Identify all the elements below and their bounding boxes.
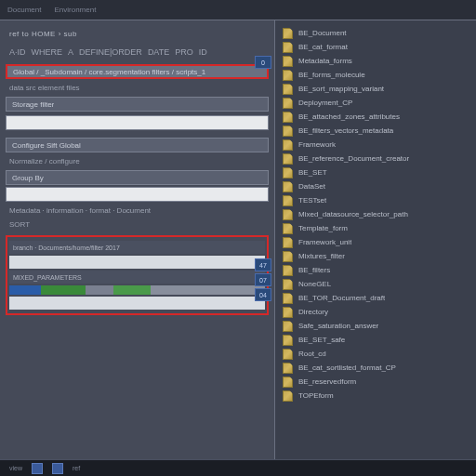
file-name: BE_filters [298, 266, 330, 274]
status-icon-2[interactable] [52, 463, 63, 474]
field-blank-2[interactable] [6, 187, 269, 202]
tool-pro[interactable]: PRO [175, 47, 193, 57]
seg-gray1 [86, 285, 113, 295]
tool-where[interactable]: WHERE [32, 47, 63, 57]
tool-aid[interactable]: A·ID [9, 47, 26, 57]
file-item[interactable]: BE_TOR_Document_draft [275, 291, 476, 305]
file-explorer: BE_DocumentBE_cat_formatMetadata_formsBE… [275, 20, 476, 476]
tool-a[interactable]: A [68, 47, 73, 57]
file-item[interactable]: BE_reference_Document_creator [275, 152, 476, 165]
seg-green2 [113, 285, 151, 295]
file-name: Deployment_CP [298, 99, 352, 107]
badge-2[interactable]: 07 [255, 273, 271, 286]
field-text: Configure Sift Global [12, 141, 81, 150]
field-global[interactable]: Global / _Subdomain / core.segmentation … [6, 64, 269, 79]
red-row-blank[interactable] [9, 256, 265, 269]
status-icon-1[interactable] [32, 463, 43, 474]
file-item[interactable]: NoneGEL [275, 277, 476, 291]
file-name: BE_reference_Document_creator [298, 154, 409, 163]
file-item[interactable]: Mixed_datasource_selector_path [275, 207, 476, 221]
field-text: Global / _Subdomain / core.segmentation … [13, 68, 205, 76]
file-icon [283, 28, 293, 39]
field-configure[interactable]: Configure Sift Global [6, 138, 269, 152]
file-name: BE_SET [298, 168, 327, 177]
file-icon [283, 293, 293, 304]
file-icon [283, 195, 293, 206]
field-text: Group By [12, 174, 44, 182]
file-name: NoneGEL [298, 280, 331, 288]
file-item[interactable]: BE_cat_sortlisted_format_CP [275, 361, 476, 375]
file-item[interactable]: BE_filters_vectors_metadata [275, 124, 476, 138]
file-icon [283, 251, 293, 262]
file-name: Framework [298, 140, 336, 149]
badge-0[interactable]: 0 [255, 56, 271, 69]
file-icon [283, 223, 293, 234]
menu-environment[interactable]: Environment [54, 6, 96, 14]
file-icon [283, 181, 293, 192]
file-name: BE_cat_sortlisted_format_CP [298, 364, 396, 372]
file-name: TOPEform [298, 391, 334, 400]
file-name: BE_attached_zones_attributes [298, 112, 400, 121]
file-name: Directory [298, 308, 328, 316]
breadcrumb[interactable]: ref to HOME › sub [0, 26, 274, 46]
field-groupby[interactable]: Group By [6, 170, 269, 185]
file-item[interactable]: TESTset [275, 193, 476, 207]
tool-id[interactable]: ID [199, 47, 207, 57]
file-name: Safe_saturation_answer [298, 322, 378, 330]
red-row-blank2[interactable] [9, 297, 265, 310]
red-row-2[interactable]: MIXED_PARAMETERS [9, 271, 265, 284]
file-item[interactable]: Deployment_CP [275, 96, 476, 110]
file-item[interactable]: Mixtures_filter [275, 249, 476, 263]
left-panel: ref to HOME › sub A·ID WHERE A DEFINE|OR… [0, 20, 275, 476]
badge-1[interactable]: 47 [255, 258, 271, 271]
file-icon [283, 84, 293, 95]
menu-document[interactable]: Document [7, 6, 41, 14]
field-blank-1[interactable] [6, 115, 269, 130]
seg-gray2 [151, 285, 265, 295]
file-item[interactable]: BE_forms_molecule [275, 68, 476, 82]
file-icon [283, 265, 293, 276]
file-item[interactable]: Metadata_forms [275, 54, 476, 68]
seg-green1 [41, 285, 86, 295]
file-icon [283, 307, 293, 318]
status-ref: ref [73, 465, 80, 471]
badge-3[interactable]: 04 [255, 288, 271, 301]
file-item[interactable]: Root_cd [275, 347, 476, 361]
file-item[interactable]: BE_reservedform [275, 375, 476, 389]
file-item[interactable]: BE_Document [275, 26, 476, 40]
file-icon [283, 349, 293, 360]
file-item[interactable]: BE_filters [275, 263, 476, 277]
highlighted-region: branch · Documents/home/filter 2017 MIXE… [6, 235, 269, 315]
file-item[interactable]: BE_SET [275, 165, 476, 179]
file-item[interactable]: DataSet [275, 179, 476, 193]
file-name: BE_Document [298, 29, 347, 37]
file-name: BE_forms_molecule [298, 71, 365, 79]
file-name: BE_TOR_Document_draft [298, 294, 385, 302]
file-item[interactable]: Directory [275, 305, 476, 319]
file-item[interactable]: BE_attached_zones_attributes [275, 110, 476, 124]
tool-define[interactable]: DEFINE|ORDER [79, 47, 142, 57]
field-storage[interactable]: Storage filter [6, 97, 269, 112]
statusbar: view ref [0, 459, 476, 476]
file-name: Metadata_forms [298, 57, 352, 65]
file-item[interactable]: Framework_unit [275, 235, 476, 249]
file-icon [283, 126, 293, 137]
label-metadata: Metadata · information · format · Docume… [0, 204, 274, 218]
red-row-1[interactable]: branch · Documents/home/filter 2017 [9, 241, 265, 254]
file-item[interactable]: BE_cat_format [275, 40, 476, 54]
file-icon [283, 377, 293, 388]
file-name: Framework_unit [298, 238, 351, 246]
file-item[interactable]: BE_sort_mapping_variant [275, 82, 476, 96]
file-item[interactable]: TOPEform [275, 389, 476, 403]
file-item[interactable]: Framework [275, 138, 476, 152]
file-icon [283, 167, 293, 178]
tool-date[interactable]: DATE [148, 47, 169, 57]
file-item[interactable]: Safe_saturation_answer [275, 319, 476, 333]
file-icon [283, 321, 293, 332]
file-item[interactable]: Template_form [275, 221, 476, 235]
file-icon [283, 56, 293, 67]
file-icon [283, 209, 293, 220]
red-text: branch · Documents/home/filter 2017 [13, 245, 120, 251]
file-name: BE_filters_vectors_metadata [298, 126, 393, 135]
file-item[interactable]: BE_SET_safe [275, 333, 476, 347]
